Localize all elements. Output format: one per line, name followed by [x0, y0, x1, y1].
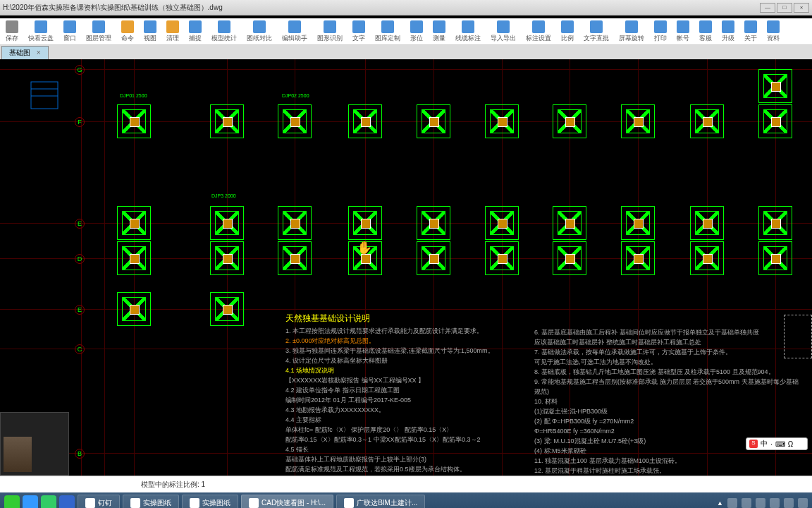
- foundation[interactable]: [417, 206, 450, 240]
- toolbar-icon: [767, 20, 780, 33]
- dimension: DJP01 2500: [120, 93, 147, 98]
- foundation[interactable]: [758, 206, 792, 240]
- toolbar-打印[interactable]: 打印: [654, 20, 667, 43]
- foundation[interactable]: [690, 104, 724, 138]
- toolbar-资料[interactable]: 资料: [767, 20, 780, 43]
- foundation[interactable]: [348, 104, 382, 138]
- foundation[interactable]: [758, 241, 792, 275]
- foundation[interactable]: [278, 241, 312, 275]
- foundation[interactable]: [117, 292, 151, 326]
- toolbar-icon: [35, 20, 47, 33]
- toolbar-导入导出[interactable]: 导入导出: [491, 20, 516, 43]
- foundation[interactable]: [758, 69, 792, 103]
- foundation[interactable]: [348, 206, 382, 240]
- tray-icon[interactable]: [756, 498, 765, 508]
- foundation[interactable]: [278, 206, 312, 240]
- tray-icon[interactable]: [784, 498, 794, 508]
- foundation[interactable]: [117, 241, 151, 275]
- foundation[interactable]: [553, 104, 586, 138]
- foundation[interactable]: [485, 206, 519, 240]
- foundation[interactable]: [553, 241, 586, 275]
- tab-active[interactable]: 基础图 ×: [1, 46, 49, 59]
- toolbar-icon: [744, 20, 757, 33]
- toolbar-保存[interactable]: 保存: [6, 20, 18, 43]
- toolbar-标注设置[interactable]: 标注设置: [526, 20, 551, 43]
- ime-bar[interactable]: S 中 · ⌨ Ω: [746, 437, 808, 450]
- toolbar-icon: [324, 20, 336, 33]
- toolbar-label: 清理: [166, 34, 179, 43]
- taskbar-item[interactable]: 实操图纸: [123, 495, 179, 508]
- ime-punct-icon[interactable]: ·: [770, 440, 773, 448]
- taskbar-item[interactable]: CAD快速看图 - H:\...: [241, 495, 333, 508]
- tray-icon[interactable]: [770, 498, 780, 508]
- tray-icon[interactable]: [742, 498, 751, 508]
- tray-volume-icon[interactable]: [798, 498, 808, 508]
- foundation[interactable]: [485, 104, 519, 138]
- foundation[interactable]: [621, 206, 655, 240]
- ime-omega-icon[interactable]: Ω: [788, 440, 793, 448]
- foundation[interactable]: [758, 104, 792, 138]
- toolbar-帐号[interactable]: 帐号: [677, 20, 689, 43]
- foundation[interactable]: [690, 241, 724, 275]
- maximize-button[interactable]: □: [777, 3, 792, 13]
- toolbar-模型统计[interactable]: 模型统计: [211, 20, 237, 43]
- toolbar-窗口[interactable]: 窗口: [63, 20, 76, 43]
- foundation[interactable]: [210, 241, 244, 275]
- app-icon[interactable]: [41, 495, 56, 508]
- toolbar-关于[interactable]: 关于: [744, 20, 757, 43]
- wechat-icon[interactable]: [4, 495, 20, 508]
- taskbar-item[interactable]: 钉钉: [78, 495, 120, 508]
- foundation[interactable]: [621, 104, 655, 138]
- foundation[interactable]: [210, 206, 244, 240]
- toolbar-文字[interactable]: 文字: [352, 20, 365, 43]
- toolbar-清理[interactable]: 清理: [166, 20, 179, 43]
- toolbar-icon: [352, 20, 365, 33]
- toolbar-图库定制[interactable]: 图库定制: [375, 20, 400, 43]
- tray-icon[interactable]: [727, 498, 737, 508]
- minimize-button[interactable]: —: [760, 3, 775, 13]
- foundation[interactable]: [417, 241, 450, 275]
- foundation[interactable]: [278, 104, 312, 138]
- toolbar-图层管理[interactable]: 图层管理: [86, 20, 111, 43]
- toolbar-捕捉[interactable]: 捕捉: [189, 20, 202, 43]
- toolbar-形位[interactable]: 形位: [410, 20, 423, 43]
- foundation[interactable]: [553, 206, 586, 240]
- toolbar-文字直批[interactable]: 文字直批: [584, 20, 609, 43]
- drawing-canvas[interactable]: G F E D E C B DJP01 2500 DJP02 2500 DJ: [0, 59, 812, 476]
- ime-keyboard-icon[interactable]: ⌨: [775, 440, 785, 448]
- toolbar-图形识别[interactable]: 图形识别: [317, 20, 343, 43]
- toolbar-测量[interactable]: 测量: [433, 20, 445, 43]
- foundation[interactable]: [348, 241, 382, 275]
- toolbar-图纸对比[interactable]: 图纸对比: [247, 20, 272, 43]
- tray-expand-icon[interactable]: ▲: [717, 500, 723, 507]
- toolbar-icon: [63, 20, 76, 33]
- toolbar-编辑助手[interactable]: 编辑助手: [282, 20, 307, 43]
- toolbar-比例[interactable]: 比例: [561, 20, 574, 43]
- command-line[interactable]: 模型中的标注比例: 1: [0, 476, 812, 492]
- close-button[interactable]: ×: [794, 3, 809, 13]
- toolbar-客服[interactable]: 客服: [699, 20, 712, 43]
- toolbar-线缆标注[interactable]: 线缆标注: [455, 20, 481, 43]
- foundation[interactable]: [485, 241, 519, 275]
- toolbar-label: 打印: [654, 34, 667, 43]
- foundation[interactable]: [690, 206, 724, 240]
- browser-icon[interactable]: [23, 495, 38, 508]
- toolbar-视图[interactable]: 视图: [144, 20, 156, 43]
- ime-mode[interactable]: 中: [761, 439, 768, 449]
- toolbar-升级[interactable]: 升级: [722, 20, 734, 43]
- taskbar-item[interactable]: 实操图纸: [182, 495, 238, 508]
- app-icon[interactable]: [59, 495, 75, 508]
- toolbar-命令[interactable]: 命令: [121, 20, 134, 43]
- foundation[interactable]: [417, 104, 450, 138]
- foundation[interactable]: [621, 241, 655, 275]
- taskbar-item[interactable]: 广联达BIM土建计...: [336, 495, 425, 508]
- toolbar-屏幕旋转[interactable]: 屏幕旋转: [619, 20, 644, 43]
- toolbar-label: 文字直批: [584, 34, 609, 43]
- design-notes-right: 6. 基层基底基础由施工后程补 基础间位时应应做节于报单独立及于基础单独共度 应…: [534, 327, 802, 476]
- foundation[interactable]: [117, 206, 151, 240]
- foundation[interactable]: [210, 104, 244, 138]
- toolbar-快看云盘[interactable]: 快看云盘: [28, 20, 54, 43]
- tab-close-icon[interactable]: ×: [37, 49, 41, 56]
- foundation[interactable]: [117, 104, 151, 138]
- foundation[interactable]: [210, 292, 244, 326]
